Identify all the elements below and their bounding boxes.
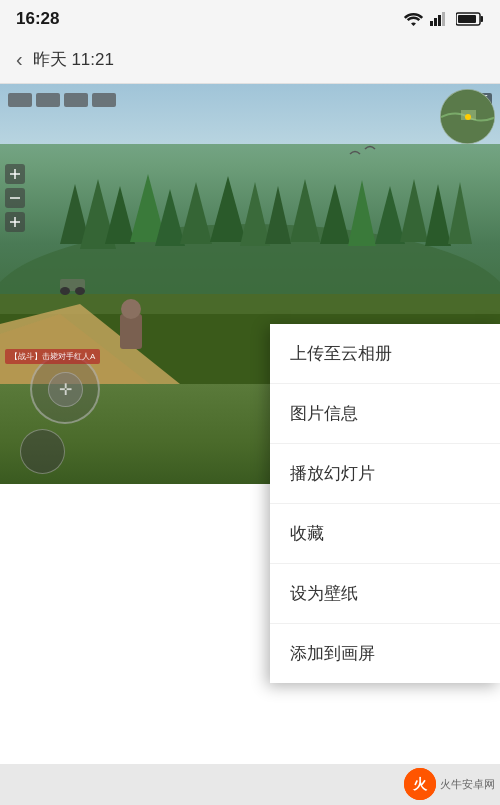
game-icon-1 bbox=[8, 93, 32, 107]
left-side-controls bbox=[5, 164, 25, 232]
signal-icon bbox=[430, 12, 450, 26]
svg-rect-1 bbox=[434, 18, 437, 26]
kill-info: 【战斗】击毙对手红人A bbox=[5, 349, 100, 364]
menu-item-slideshow[interactable]: 播放幻灯片 bbox=[270, 444, 500, 504]
svg-rect-31 bbox=[120, 314, 142, 349]
watermark-text: 火牛安卓网 bbox=[440, 777, 495, 792]
main-content: 11:35 136 bbox=[0, 84, 500, 805]
svg-marker-14 bbox=[210, 176, 246, 242]
svg-text:火: 火 bbox=[412, 776, 428, 792]
svg-rect-5 bbox=[481, 16, 484, 22]
svg-point-30 bbox=[75, 287, 85, 295]
joystick: ✛ bbox=[30, 354, 100, 424]
svg-marker-21 bbox=[400, 179, 428, 242]
svg-marker-15 bbox=[240, 182, 270, 246]
svg-rect-37 bbox=[14, 169, 16, 179]
wifi-icon bbox=[403, 12, 424, 26]
svg-marker-22 bbox=[425, 184, 451, 246]
game-ui-left-icons bbox=[8, 93, 116, 107]
svg-rect-2 bbox=[438, 15, 441, 26]
svg-rect-6 bbox=[458, 15, 476, 23]
svg-rect-0 bbox=[430, 21, 433, 26]
game-icon-4 bbox=[92, 93, 116, 107]
svg-rect-38 bbox=[10, 197, 20, 199]
svg-point-29 bbox=[60, 287, 70, 295]
watermark: 火 火牛安卓网 bbox=[404, 768, 495, 800]
game-icon-2 bbox=[36, 93, 60, 107]
menu-item-collect[interactable]: 收藏 bbox=[270, 504, 500, 564]
status-bar: 16:28 bbox=[0, 0, 500, 36]
joystick-cross: ✛ bbox=[59, 380, 72, 399]
svg-marker-19 bbox=[348, 180, 376, 246]
back-button[interactable]: ‹ bbox=[16, 48, 23, 71]
svg-marker-16 bbox=[265, 186, 291, 244]
svg-marker-18 bbox=[320, 184, 350, 244]
control-btn-2 bbox=[5, 188, 25, 208]
menu-item-wallpaper[interactable]: 设为壁纸 bbox=[270, 564, 500, 624]
menu-item-upload[interactable]: 上传至云相册 bbox=[270, 324, 500, 384]
nav-bar: ‹ 昨天 11:21 bbox=[0, 36, 500, 84]
status-time: 16:28 bbox=[16, 9, 59, 29]
svg-point-35 bbox=[465, 114, 471, 120]
control-btn-3 bbox=[5, 212, 25, 232]
game-icon-3 bbox=[64, 93, 88, 107]
svg-marker-10 bbox=[105, 186, 135, 244]
game-ui-top: 11:35 bbox=[0, 89, 500, 111]
watermark-logo-svg: 火 bbox=[404, 768, 436, 800]
status-icons bbox=[403, 12, 484, 26]
nav-title: 昨天 11:21 bbox=[33, 48, 114, 71]
game-bottom-icon bbox=[20, 429, 65, 474]
watermark-logo: 火 bbox=[404, 768, 436, 800]
menu-item-add-screen[interactable]: 添加到画屏 bbox=[270, 624, 500, 683]
context-menu: 上传至云相册 图片信息 播放幻灯片 收藏 设为壁纸 添加到画屏 bbox=[270, 324, 500, 683]
svg-marker-13 bbox=[180, 182, 212, 244]
joystick-inner: ✛ bbox=[48, 372, 83, 407]
svg-marker-23 bbox=[448, 182, 472, 244]
menu-item-photo-info[interactable]: 图片信息 bbox=[270, 384, 500, 444]
svg-marker-17 bbox=[290, 179, 320, 242]
svg-marker-20 bbox=[375, 186, 405, 244]
battery-icon bbox=[456, 12, 484, 26]
svg-rect-40 bbox=[14, 217, 16, 227]
svg-point-32 bbox=[121, 299, 141, 319]
mini-map bbox=[440, 89, 495, 144]
svg-rect-3 bbox=[442, 12, 445, 26]
control-btn-1 bbox=[5, 164, 25, 184]
